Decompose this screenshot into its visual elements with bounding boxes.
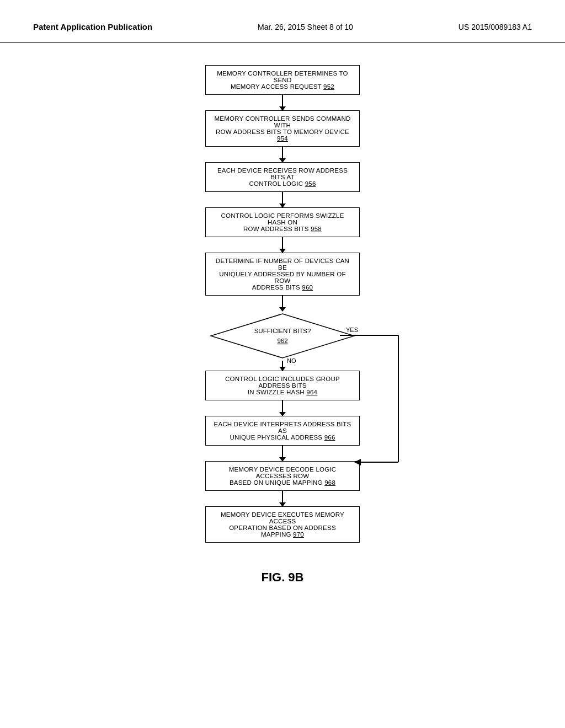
ref-958: 958: [311, 226, 322, 232]
arrow-966-968: [282, 446, 283, 461]
flow-box-956: EACH DEVICE RECEIVES ROW ADDRESS BITS AT…: [205, 162, 360, 192]
ref-952: 952: [323, 83, 334, 90]
ref-960: 960: [302, 284, 313, 291]
ref-968: 968: [324, 479, 335, 486]
flow-box-970: MEMORY DEVICE EXECUTES MEMORY ACCESS OPE…: [205, 506, 360, 543]
flow-main: YES NO MEMORY CONTROLLER DETERMINES TO S…: [89, 65, 476, 543]
flow-box-958: CONTROL LOGIC PERFORMS SWIZZLE HASH ON R…: [205, 207, 360, 237]
header: Patent Application Publication Mar. 26, …: [0, 0, 565, 43]
header-date-sheet: Mar. 26, 2015 Sheet 8 of 10: [258, 23, 353, 31]
header-publication-label: Patent Application Publication: [33, 22, 152, 31]
arrow-952-954: [282, 95, 283, 110]
ref-964: 964: [306, 389, 317, 395]
arrow-968-970: [282, 491, 283, 506]
header-patent-number: US 2015/0089183 A1: [459, 23, 532, 31]
diamond-wrapper-962: SUFFICIENT BITS? 962: [200, 311, 365, 361]
flow-box-966: EACH DEVICE INTERPRETS ADDRESS BITS AS U…: [205, 416, 360, 446]
ref-966: 966: [324, 434, 335, 441]
figure-label: FIG. 9B: [0, 570, 565, 601]
flowchart: YES NO MEMORY CONTROLLER DETERMINES TO S…: [0, 49, 565, 554]
ref-970: 970: [293, 531, 304, 538]
flow-box-960: DETERMINE IF NUMBER OF DEVICES CAN BE UN…: [205, 253, 360, 296]
arrow-964-966: [282, 400, 283, 416]
svg-text:SUFFICIENT BITS?: SUFFICIENT BITS?: [254, 328, 311, 334]
arrow-956-958: [282, 192, 283, 207]
svg-text:962: 962: [277, 338, 287, 344]
arrow-960-962: [282, 296, 283, 311]
flow-box-964: CONTROL LOGIC INCLUDES GROUP ADDRESS BIT…: [205, 371, 360, 400]
svg-marker-6: [211, 314, 354, 358]
flow-box-952: MEMORY CONTROLLER DETERMINES TO SEND MEM…: [205, 65, 360, 95]
ref-956: 956: [305, 180, 316, 187]
arrow-958-960: [282, 237, 283, 253]
ref-954: 954: [277, 135, 288, 142]
arrow-no-964: [282, 361, 283, 371]
page: Patent Application Publication Mar. 26, …: [0, 0, 565, 728]
diamond-svg-962: SUFFICIENT BITS? 962: [200, 311, 365, 361]
flow-box-968: MEMORY DEVICE DECODE LOGIC ACCESSES ROW …: [205, 461, 360, 491]
flow-box-954: MEMORY CONTROLLER SENDS COMMAND WITH ROW…: [205, 110, 360, 147]
arrow-954-956: [282, 147, 283, 162]
